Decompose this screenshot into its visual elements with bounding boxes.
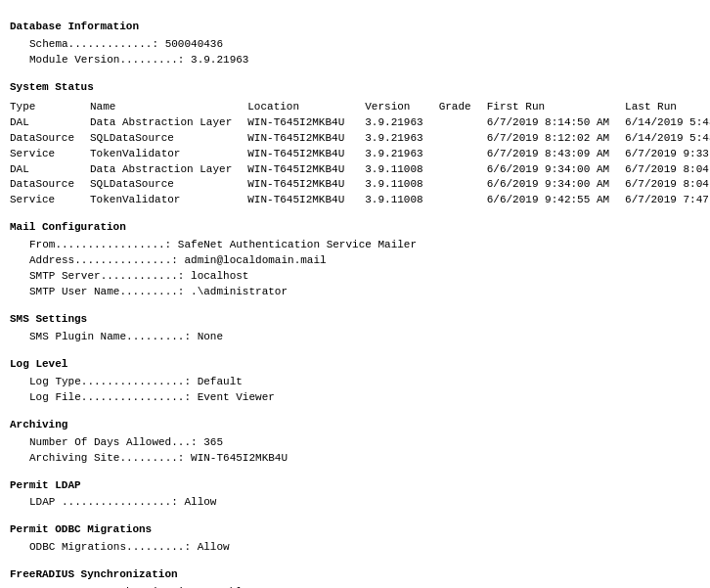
odbc-section: Permit ODBC Migrations ODBC Migrations..… <box>10 522 700 556</box>
cell-type: Service <box>10 193 90 208</box>
odbc-line: ODBC Migrations.........: Allow <box>10 540 700 556</box>
mail-title: Mail Configuration <box>10 220 700 236</box>
mail-smtp-user-line: SMTP User Name.........: .\administrator <box>10 285 700 300</box>
cell-location: WIN-T645I2MKB4U <box>247 115 365 131</box>
cell-name: TokenValidator <box>90 193 247 208</box>
mail-from-value: SafeNet Authentication Service Mailer <box>178 239 417 250</box>
col-header-type: Type <box>10 100 90 115</box>
cell-grade <box>439 177 487 193</box>
cell-first_run: 6/6/2019 9:34:00 AM <box>487 162 625 178</box>
col-header-version: Version <box>365 100 438 115</box>
cell-name: Data Abstraction Layer <box>90 162 247 178</box>
mail-address-line: Address...............: admin@localdomai… <box>10 253 700 269</box>
sms-section: SMS Settings SMS Plugin Name.........: N… <box>10 312 700 345</box>
mail-address-label: Address <box>29 254 74 266</box>
schema-dots: .............: <box>68 38 165 50</box>
database-title: Database Information <box>10 20 700 35</box>
cell-version: 3.9.21963 <box>365 131 438 147</box>
sms-plugin-label: SMS Plugin Name <box>29 331 126 342</box>
log-file-line: Log File................: Event Viewer <box>10 390 700 406</box>
cell-type: DAL <box>10 115 90 131</box>
cell-last_run: 6/7/2019 8:04:34 AM <box>625 177 710 193</box>
cell-type: DAL <box>10 162 90 178</box>
archiving-days-line: Number Of Days Allowed...: 365 <box>10 435 700 451</box>
schema-label: Schema <box>29 38 68 50</box>
table-row: ServiceTokenValidatorWIN-T645I2MKB4U3.9.… <box>10 193 710 208</box>
cell-last_run: 6/7/2019 9:33:05 AM <box>625 147 710 162</box>
log-file-value: Event Viewer <box>198 391 275 403</box>
cell-name: TokenValidator <box>90 147 247 162</box>
cell-version: 3.9.11008 <box>365 162 438 178</box>
cell-first_run: 6/7/2019 8:14:50 AM <box>487 115 625 131</box>
cell-location: WIN-T645I2MKB4U <box>247 147 365 162</box>
cell-type: DataSource <box>10 131 90 147</box>
archiving-site-value: WIN-T645I2MKB4U <box>191 452 288 464</box>
cell-grade <box>439 193 487 208</box>
ldap-section: Permit LDAP LDAP .................: Allo… <box>10 478 700 512</box>
cell-last_run: 6/14/2019 5:48:58 AM <box>625 131 710 147</box>
archiving-site-line: Archiving Site.........: WIN-T645I2MKB4U <box>10 451 700 467</box>
log-title: Log Level <box>10 357 700 373</box>
cell-grade <box>439 131 487 147</box>
module-line: Module Version.........: 3.9.21963 <box>10 53 700 68</box>
cell-version: 3.9.21963 <box>365 147 438 162</box>
system-status-table: Type Name Location Version Grade First R… <box>10 100 710 209</box>
module-value: 3.9.21963 <box>191 54 248 66</box>
schema-value: 500040436 <box>165 38 223 50</box>
cell-location: WIN-T645I2MKB4U <box>247 162 365 178</box>
sms-plugin-value: None <box>198 331 223 342</box>
system-status-section: System Status Type Name Location Version… <box>10 80 700 209</box>
system-status-title: System Status <box>10 80 700 96</box>
database-section: Database Information Schema.............… <box>10 20 700 68</box>
archiving-section: Archiving Number Of Days Allowed...: 365… <box>10 418 700 467</box>
cell-last_run: 6/7/2019 8:04:34 AM <box>625 162 710 178</box>
log-type-line: Log Type................: Default <box>10 375 700 390</box>
archiving-title: Archiving <box>10 418 700 433</box>
cell-location: WIN-T645I2MKB4U <box>247 131 365 147</box>
cell-name: SQLDataSource <box>90 177 247 193</box>
table-row: DataSourceSQLDataSourceWIN-T645I2MKB4U3.… <box>10 177 710 193</box>
col-header-grade: Grade <box>439 100 487 115</box>
cell-location: WIN-T645I2MKB4U <box>247 193 365 208</box>
cell-first_run: 6/7/2019 8:12:02 AM <box>487 131 625 147</box>
table-row: DALData Abstraction LayerWIN-T645I2MKB4U… <box>10 115 710 131</box>
cell-version: 3.9.11008 <box>365 177 438 193</box>
cell-type: Service <box>10 147 90 162</box>
mail-address-value: admin@localdomain.mail <box>184 254 326 266</box>
cell-name: SQLDataSource <box>90 131 247 147</box>
cell-first_run: 6/6/2019 9:34:00 AM <box>487 177 625 193</box>
cell-last_run: 6/14/2019 5:48:58 AM <box>625 115 710 131</box>
log-file-label: Log File <box>29 391 81 403</box>
ldap-title: Permit LDAP <box>10 478 700 494</box>
col-header-location: Location <box>247 100 365 115</box>
ldap-label: LDAP <box>29 496 55 508</box>
cell-first_run: 6/7/2019 8:43:09 AM <box>487 147 625 162</box>
mail-from-line: From.................: SafeNet Authentic… <box>10 238 700 253</box>
cell-last_run: 6/7/2019 7:47:36 AM <box>625 193 710 208</box>
cell-name: Data Abstraction Layer <box>90 115 247 131</box>
mail-smtp-server-line: SMTP Server............: localhost <box>10 269 700 285</box>
table-row: DALData Abstraction LayerWIN-T645I2MKB4U… <box>10 162 710 178</box>
archiving-days-label: Number Of Days Allowed <box>29 436 171 448</box>
mail-smtp-user-label: SMTP User Name <box>29 286 119 297</box>
table-row: ServiceTokenValidatorWIN-T645I2MKB4U3.9.… <box>10 147 710 162</box>
cell-grade <box>439 162 487 178</box>
freeradius-title: FreeRADIUS Synchronization <box>10 567 700 583</box>
log-type-value: Default <box>198 376 243 387</box>
col-header-firstrun: First Run <box>487 100 625 115</box>
freeradius-section: FreeRADIUS Synchronization FreeRADIUS Sy… <box>10 567 700 588</box>
table-row: DataSourceSQLDataSourceWIN-T645I2MKB4U3.… <box>10 131 710 147</box>
odbc-value: Allow <box>198 541 230 553</box>
log-section: Log Level Log Type................: Defa… <box>10 357 700 406</box>
table-header-row: Type Name Location Version Grade First R… <box>10 100 710 115</box>
cell-location: WIN-T645I2MKB4U <box>247 177 365 193</box>
sms-title: SMS Settings <box>10 312 700 328</box>
ldap-line: LDAP .................: Allow <box>10 495 700 511</box>
archiving-site-label: Archiving Site <box>29 452 119 464</box>
odbc-title: Permit ODBC Migrations <box>10 522 700 538</box>
mail-smtp-user-value: .\administrator <box>191 286 288 297</box>
mail-section: Mail Configuration From.................… <box>10 220 700 300</box>
cell-type: DataSource <box>10 177 90 193</box>
mail-smtp-server-value: localhost <box>191 270 248 282</box>
ldap-value: Allow <box>184 496 216 508</box>
